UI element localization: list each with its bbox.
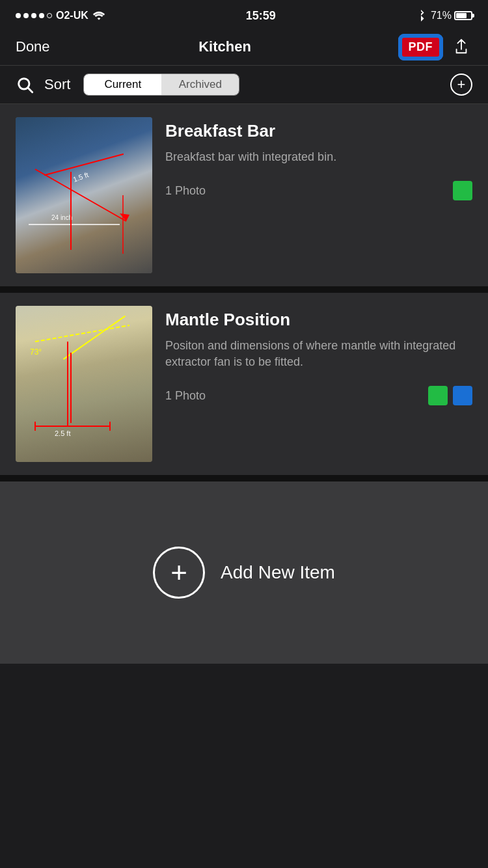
thumb-image-0: 1.5 ft 24 inch — [16, 117, 152, 273]
status-time: 15:59 — [246, 9, 276, 23]
bluetooth-icon — [416, 9, 426, 22]
share-icon — [453, 38, 470, 55]
item-divider-1 — [0, 475, 488, 481]
photo-count-1: 1 Photo — [165, 389, 206, 403]
battery-icon — [454, 11, 472, 20]
pdf-button[interactable]: PDF — [400, 36, 442, 59]
item-desc-0: Breakfast bar with integrated bin. — [165, 149, 472, 165]
badge-green-1 — [428, 386, 448, 405]
dot-1 — [16, 13, 21, 18]
add-item-button-top[interactable]: + — [450, 74, 472, 96]
svg-text:24 inch: 24 inch — [51, 214, 72, 221]
svg-text:1.5 ft: 1.5 ft — [72, 170, 90, 183]
status-left: O2-UK — [16, 10, 105, 21]
share-button[interactable] — [450, 36, 472, 58]
segment-current[interactable]: Current — [84, 74, 161, 95]
signal-dots — [16, 13, 52, 18]
carrier-label: O2-UK — [56, 10, 88, 21]
item-footer-0: 1 Photo — [165, 181, 472, 200]
thumb-annotations-1: 73° 2.5 ft — [16, 306, 152, 462]
status-bar: O2-UK 15:59 71% — [0, 0, 488, 29]
item-title-1: Mantle Position — [165, 310, 472, 330]
segment-archived[interactable]: Archived — [161, 74, 239, 95]
battery-fill — [456, 13, 467, 18]
nav-right: PDF — [400, 36, 473, 59]
sort-button[interactable]: Sort — [44, 76, 70, 93]
add-new-label: Add New Item — [221, 562, 335, 583]
color-badges-1 — [428, 386, 472, 405]
thumb-annotations-0: 1.5 ft 24 inch — [16, 117, 152, 273]
badge-blue-1 — [453, 386, 472, 405]
battery-indicator: 71% — [431, 10, 472, 21]
color-badges-0 — [453, 181, 472, 200]
badge-green-0 — [453, 181, 472, 200]
add-new-icon: + — [153, 547, 205, 599]
item-thumbnail-1: 73° 2.5 ft — [16, 306, 152, 462]
dot-4 — [39, 13, 44, 18]
svg-line-8 — [35, 325, 129, 342]
dot-2 — [23, 13, 29, 18]
thumb-image-1: 73° 2.5 ft — [16, 306, 152, 462]
battery-text: 71% — [431, 10, 452, 21]
page-title: Kitchen — [198, 38, 251, 55]
search-icon[interactable] — [16, 75, 34, 94]
add-new-section[interactable]: + Add New Item — [0, 481, 488, 664]
item-info-0: Breakfast Bar Breakfast bar with integra… — [165, 117, 472, 200]
segment-control: Current Archived — [83, 74, 239, 96]
status-right: 71% — [416, 9, 472, 22]
svg-text:73°: 73° — [30, 347, 42, 357]
filter-bar: Sort Current Archived + — [0, 66, 488, 103]
item-thumbnail-0: 1.5 ft 24 inch — [16, 117, 152, 273]
wifi-icon — [92, 10, 105, 21]
item-footer-1: 1 Photo — [165, 386, 472, 405]
item-title-0: Breakfast Bar — [165, 121, 472, 141]
dot-3 — [31, 13, 36, 18]
item-divider-0 — [0, 286, 488, 293]
svg-text:2.5 ft: 2.5 ft — [55, 429, 70, 437]
done-button[interactable]: Done — [16, 38, 50, 55]
item-card-1[interactable]: 73° 2.5 ft Mantle Position Positon and d… — [0, 293, 488, 475]
photo-count-0: 1 Photo — [165, 184, 206, 198]
item-card-0[interactable]: 1.5 ft 24 inch Breakfast Bar Breakfast b… — [0, 104, 488, 286]
item-desc-1: Positon and dimensions of where mantle w… — [165, 338, 472, 370]
svg-line-1 — [28, 88, 32, 92]
item-info-1: Mantle Position Positon and dimensions o… — [165, 306, 472, 405]
nav-bar: Done Kitchen PDF — [0, 29, 488, 65]
dot-5 — [47, 13, 52, 18]
